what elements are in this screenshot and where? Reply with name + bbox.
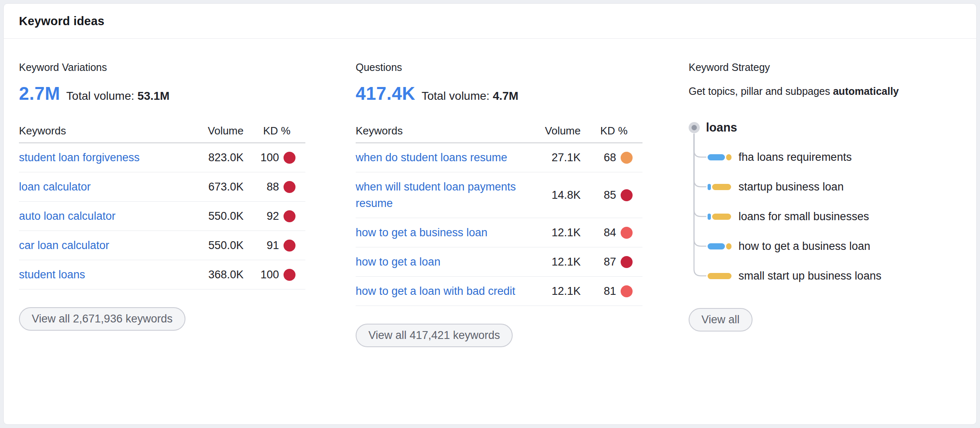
kd-value: 87 — [604, 254, 616, 270]
intent-bar-icon — [708, 243, 731, 249]
keyword-link[interactable]: how to get a loan — [356, 256, 441, 268]
keyword-link[interactable]: student loans — [19, 268, 85, 281]
table-row: how to get a loan 12.1K 87 — [356, 247, 642, 277]
volume-value: 27.1K — [521, 149, 581, 166]
kd-value: 100 — [260, 266, 279, 283]
table-row: how to get a business loan 12.1K 84 — [356, 218, 642, 247]
keyword-link[interactable]: how to get a loan with bad credit — [356, 285, 515, 297]
keyword-ideas-card: Keyword ideas Keyword Variations 2.7M To… — [3, 3, 977, 425]
kd-value: 91 — [267, 237, 279, 254]
intent-bar-icon — [708, 154, 731, 160]
total-volume-label: Total volume: — [66, 89, 134, 102]
strategy-subtitle-bold: automatically — [833, 85, 899, 97]
total-volume-value: 53.1M — [138, 89, 170, 102]
tree-root-node[interactable]: loans — [689, 120, 952, 135]
table-row: auto loan calculator 550.0K 92 — [19, 202, 305, 231]
table-row: when will student loan payments resume 1… — [356, 172, 642, 218]
table-row: when do student loans resume 27.1K 68 — [356, 143, 642, 172]
table-row: student loan forgiveness 823.0K 100 — [19, 143, 305, 172]
table-row: student loans 368.0K 100 — [19, 260, 305, 289]
strategy-tree: loans fha loans requirements — [689, 120, 952, 285]
volume-value: 550.0K — [184, 237, 244, 254]
strategy-tree-item[interactable]: startup business loan — [708, 179, 882, 195]
column-header-kd: KD % — [244, 125, 305, 137]
questions-stats: 417.4K Total volume: 4.7M — [356, 83, 642, 106]
kd-dot — [284, 269, 295, 281]
keyword-link[interactable]: when do student loans resume — [356, 151, 507, 164]
keyword-link[interactable]: auto loan calculator — [19, 210, 115, 222]
column-header-kd: KD % — [581, 125, 642, 137]
volume-value: 368.0K — [184, 266, 244, 283]
volume-value: 12.1K — [521, 254, 581, 270]
volume-value: 12.1K — [521, 224, 581, 241]
questions-table: Keywords Volume KD % when do student loa… — [356, 125, 642, 306]
intent-bar-icon — [708, 184, 731, 190]
strategy-tree-item[interactable]: fha loans requirements — [708, 149, 882, 165]
section-title-strategy: Keyword Strategy — [689, 61, 952, 73]
volume-value: 823.0K — [184, 149, 244, 166]
kd-dot — [621, 256, 633, 268]
keyword-link[interactable]: car loan calculator — [19, 239, 109, 252]
keyword-link[interactable]: how to get a business loan — [356, 226, 488, 239]
intent-bar-icon — [708, 214, 731, 220]
intent-bar-icon — [708, 273, 731, 279]
keyword-link[interactable]: loan calculator — [19, 181, 91, 193]
strategy-tree-item[interactable]: small start up business loans — [708, 268, 882, 284]
column-header-volume: Volume — [184, 125, 244, 137]
variations-total-volume: Total volume: 53.1M — [66, 89, 170, 103]
section-title-questions: Questions — [356, 61, 642, 73]
tree-item-label: fha loans requirements — [739, 151, 852, 164]
kd-value: 81 — [604, 283, 616, 299]
kd-dot — [621, 152, 633, 164]
volume-value: 673.0K — [184, 179, 244, 195]
view-all-questions-button[interactable]: View all 417,421 keywords — [356, 324, 513, 347]
kd-dot — [284, 210, 295, 222]
questions-table-header: Keywords Volume KD % — [356, 125, 642, 143]
variations-count: 2.7M — [19, 83, 60, 104]
volume-value: 550.0K — [184, 208, 244, 224]
strategy-tree-item[interactable]: loans for small businesses — [708, 208, 882, 225]
questions-section: Questions 417.4K Total volume: 4.7M Keyw… — [356, 61, 642, 347]
kd-value: 85 — [604, 187, 616, 203]
table-row: car loan calculator 550.0K 91 — [19, 231, 305, 260]
total-volume-label: Total volume: — [422, 89, 490, 102]
variations-table-body: student loan forgiveness 823.0K 100 loan… — [19, 143, 305, 289]
strategy-subtitle-text: Get topics, pillar and subpages — [689, 85, 833, 97]
keyword-variations-section: Keyword Variations 2.7M Total volume: 53… — [19, 61, 305, 331]
strategy-subtitle: Get topics, pillar and subpages automati… — [689, 85, 952, 98]
kd-value: 100 — [260, 149, 279, 166]
keyword-link[interactable]: when will student loan payments resume — [356, 181, 516, 209]
view-all-variations-button[interactable]: View all 2,671,936 keywords — [19, 307, 185, 331]
strategy-tree-item[interactable]: how to get a business loan — [708, 238, 882, 254]
column-header-keywords: Keywords — [356, 125, 521, 137]
tree-item-label: small start up business loans — [739, 270, 882, 282]
volume-value: 14.8K — [521, 187, 581, 203]
table-row: loan calculator 673.0K 88 — [19, 172, 305, 202]
kd-dot — [621, 227, 633, 239]
view-all-strategy-button[interactable]: View all — [689, 308, 753, 332]
kd-dot — [284, 240, 295, 252]
kd-value: 92 — [267, 208, 279, 224]
variations-stats: 2.7M Total volume: 53.1M — [19, 83, 305, 106]
tree-item-label: startup business loan — [739, 181, 844, 193]
tree-items: fha loans requirements startup business … — [708, 149, 882, 297]
questions-total-volume: Total volume: 4.7M — [422, 89, 518, 103]
kd-value: 84 — [604, 224, 616, 241]
questions-table-body: when do student loans resume 27.1K 68 wh… — [356, 143, 642, 306]
page-title: Keyword ideas — [19, 14, 961, 28]
variations-table: Keywords Volume KD % student loan forgiv… — [19, 125, 305, 289]
keyword-link[interactable]: student loan forgiveness — [19, 151, 140, 164]
column-header-keywords: Keywords — [19, 125, 184, 137]
column-header-volume: Volume — [521, 125, 581, 137]
kd-value: 68 — [604, 149, 616, 166]
kd-dot — [284, 152, 295, 164]
card-header: Keyword ideas — [4, 4, 976, 39]
kd-dot — [621, 285, 633, 297]
variations-table-header: Keywords Volume KD % — [19, 125, 305, 143]
volume-value: 12.1K — [521, 283, 581, 299]
questions-count: 417.4K — [356, 83, 415, 104]
tree-item-label: how to get a business loan — [739, 240, 870, 253]
total-volume-value: 4.7M — [493, 89, 518, 102]
kd-dot — [284, 181, 295, 193]
kd-value: 88 — [267, 179, 279, 195]
